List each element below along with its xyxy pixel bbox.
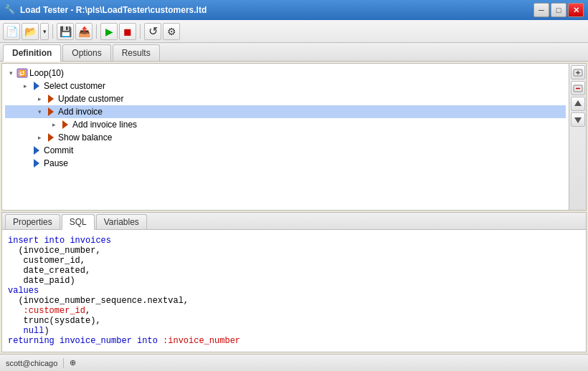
tab-results[interactable]: Results [113, 44, 160, 61]
bottom-tab-bar: Properties SQL Variables [2, 213, 586, 230]
stop-button[interactable]: ◼ [119, 23, 136, 40]
tree-label-show-balance: Show balance [58, 132, 112, 143]
expand-pause [19, 158, 31, 169]
export-button[interactable]: 📤 [75, 23, 93, 40]
tree-node-update-customer[interactable]: ▸ Update customer [5, 92, 566, 105]
svg-marker-3 [48, 95, 54, 103]
sql-line-4: date_created, [8, 266, 90, 276]
loop-icon: 🔁 [16, 67, 28, 79]
close-button[interactable]: ✕ [568, 3, 584, 17]
sql-line-9: trunc(sysdate), [8, 316, 101, 326]
expand-loop[interactable]: ▾ [5, 67, 16, 79]
tree-node-select-customer[interactable]: ▸ Select customer [5, 80, 566, 92]
tree-label-add-invoice-lines: Add invoice lines [72, 120, 137, 130]
tree-node-add-invoice[interactable]: ▾ Add invoice [5, 105, 566, 118]
tree-node-show-balance[interactable]: ▸ Show balance [5, 131, 566, 144]
status-bar: scott@chicago ⊕ [0, 354, 588, 371]
tree-node-loop[interactable]: ▾ 🔁 Loop(10) [5, 67, 566, 80]
expand-commit [19, 145, 31, 156]
expand-update[interactable]: ▸ [34, 93, 45, 105]
add-invoice-icon [45, 106, 57, 117]
show-balance-icon [45, 132, 57, 143]
tree-add-button[interactable] [571, 65, 585, 80]
app-icon: 🔧 [4, 4, 16, 16]
tab-definition[interactable]: Definition [3, 44, 61, 62]
tree-remove-button[interactable] [571, 81, 585, 95]
sql-line-3: customer_id, [8, 256, 85, 266]
commit-icon [31, 145, 42, 156]
sql-line-8: :customer_id, [8, 306, 90, 316]
tree-node-pause[interactable]: Pause [5, 157, 566, 170]
sql-line-2: (invoice_number, [8, 246, 101, 256]
svg-marker-14 [574, 100, 582, 106]
definition-tab-bar: Definition Options Results [0, 43, 588, 62]
tree-move-down-button[interactable] [571, 112, 585, 127]
main-area: ▾ 🔁 Loop(10) ▸ Select cust [0, 62, 588, 354]
tree-label-add-invoice: Add invoice [58, 107, 103, 117]
svg-marker-8 [34, 159, 39, 168]
status-user: scott@chicago [6, 359, 57, 367]
bottom-tab-properties[interactable]: Properties [5, 214, 60, 229]
status-separator [63, 358, 64, 368]
expand-add-invoice[interactable]: ▾ [34, 106, 45, 117]
tree-panel: ▾ 🔁 Loop(10) ▸ Select cust [1, 63, 587, 211]
add-invoice-lines-icon [60, 119, 71, 130]
svg-marker-2 [34, 82, 39, 90]
expand-select[interactable]: ▸ [19, 80, 31, 92]
title-bar: 🔧 Load Tester - R:\pls\LoadTester\custom… [0, 0, 588, 20]
restore-button[interactable]: □ [551, 3, 566, 17]
title-bar-left: 🔧 Load Tester - R:\pls\LoadTester\custom… [4, 4, 207, 16]
toolbar: 📄 📂 ▾ 💾 📤 ▶ ◼ ↺ ⚙ [0, 20, 588, 43]
save-button[interactable]: 💾 [57, 23, 74, 40]
tree-side-toolbar [569, 64, 586, 210]
svg-marker-5 [62, 120, 68, 129]
tree-label-select-customer: Select customer [44, 81, 105, 91]
sql-line-1: insert into invoices [8, 236, 111, 246]
sql-line-11: returning invoice_number into :invoice_n… [8, 336, 240, 346]
bottom-tab-sql[interactable]: SQL [62, 214, 95, 230]
update-customer-icon [45, 93, 57, 105]
svg-marker-7 [34, 146, 39, 155]
svg-marker-4 [48, 107, 54, 116]
toolbar-sep-3 [140, 24, 141, 39]
config-button[interactable]: ⚙ [163, 23, 180, 40]
tree-move-up-button[interactable] [571, 97, 585, 111]
svg-text:🔁: 🔁 [19, 69, 26, 77]
sql-line-7: (invoice_number_sequence.nextval, [8, 296, 189, 306]
tree-label-commit: Commit [44, 145, 73, 155]
svg-marker-6 [48, 133, 54, 142]
new-file-button[interactable]: 📄 [3, 23, 20, 40]
tree-label-loop: Loop(10) [29, 68, 64, 78]
tree-node-add-invoice-lines[interactable]: ▸ Add invoice lines [5, 118, 566, 131]
svg-marker-15 [574, 117, 582, 123]
select-customer-icon [31, 80, 42, 92]
play-button[interactable]: ▶ [100, 23, 118, 40]
open-file-button[interactable]: 📂 [22, 23, 39, 40]
pause-icon [31, 158, 42, 169]
sql-line-10: null) [8, 326, 49, 336]
status-position: ⊕ [70, 358, 76, 367]
bottom-tab-variables[interactable]: Variables [96, 214, 147, 229]
tree-node-commit[interactable]: Commit [5, 144, 566, 157]
refresh-button[interactable]: ↺ [144, 23, 161, 40]
minimize-button[interactable]: ─ [534, 3, 549, 17]
window-title: Load Tester - R:\pls\LoadTester\customer… [20, 5, 207, 15]
toolbar-sep-2 [96, 24, 97, 39]
expand-add-invoice-lines[interactable]: ▸ [48, 119, 60, 130]
sql-line-6: values [8, 286, 39, 296]
toolbar-sep-1 [52, 24, 53, 39]
open-dropdown-button[interactable]: ▾ [40, 23, 49, 40]
expand-show-balance[interactable]: ▸ [34, 132, 45, 143]
tree-content: ▾ 🔁 Loop(10) ▸ Select cust [2, 64, 569, 210]
bottom-panel: Properties SQL Variables insert into inv… [1, 212, 587, 352]
tree-label-pause: Pause [44, 158, 68, 168]
sql-line-5: date_paid) [8, 276, 75, 286]
tree-label-update-customer: Update customer [58, 94, 123, 104]
sql-editor[interactable]: insert into invoices (invoice_number, cu… [2, 230, 586, 352]
title-bar-buttons: ─ □ ✕ [534, 3, 584, 17]
tab-options[interactable]: Options [62, 44, 110, 61]
